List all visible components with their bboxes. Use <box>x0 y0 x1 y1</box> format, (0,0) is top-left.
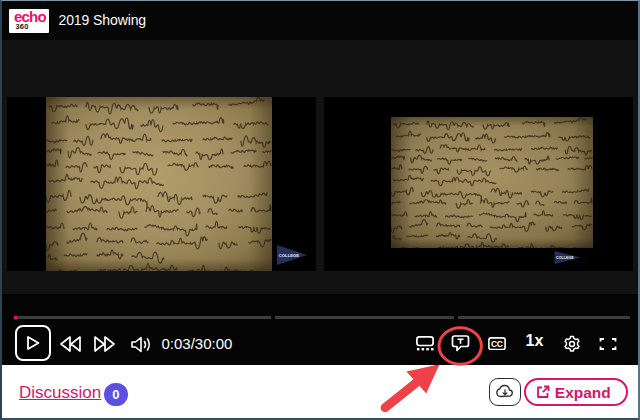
svg-text:CC: CC <box>490 339 502 349</box>
svg-text:COLLEGE: COLLEGE <box>556 257 574 261</box>
svg-text:COLLEGE: COLLEGE <box>279 253 299 258</box>
